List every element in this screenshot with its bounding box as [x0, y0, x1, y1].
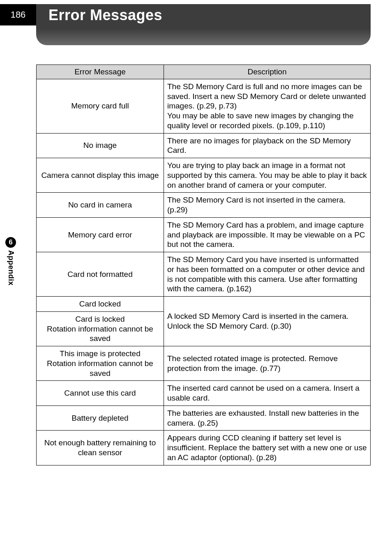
error-message-cell: Card not formatted	[37, 252, 164, 297]
error-message-cell: Memory card error	[37, 217, 164, 252]
error-message-cell: No image	[37, 133, 164, 158]
table-row: This image is protectedRotation informat…	[37, 346, 371, 381]
description-cell: You are trying to play back an image in …	[164, 158, 371, 193]
description-cell: There are no images for playback on the …	[164, 133, 371, 158]
content-area: Error Message Description Memory card fu…	[36, 65, 371, 465]
error-message-cell: Card locked	[37, 297, 164, 312]
error-messages-table: Error Message Description Memory card fu…	[36, 65, 371, 465]
side-section-tab: 6 Appendix	[5, 237, 16, 286]
error-message-cell: Card is lockedRotation information canno…	[37, 311, 164, 346]
page-number: 186	[11, 9, 26, 20]
error-message-cell: This image is protectedRotation informat…	[37, 346, 164, 381]
error-message-cell: Battery depleted	[37, 405, 164, 431]
description-cell: The SD Memory Card you have inserted is …	[164, 252, 371, 297]
table-row: Cannot use this card The inserted card c…	[37, 381, 371, 406]
table-row: No card in camera The SD Memory Card is …	[37, 193, 371, 218]
error-message-cell: Camera cannot display this image	[37, 158, 164, 193]
description-cell: The selected rotated image is protected.…	[164, 346, 371, 381]
page-title: Error Messages	[48, 7, 162, 24]
error-message-cell: Not enough battery remaining to clean se…	[37, 431, 164, 465]
description-cell: The SD Memory Card has a problem, and im…	[164, 217, 371, 252]
table-row: Card locked A locked SD Memory Card is i…	[37, 297, 371, 312]
error-message-cell: No card in camera	[37, 193, 164, 218]
table-row: Memory card full The SD Memory Card is f…	[37, 79, 371, 133]
description-cell: The SD Memory Card is full and no more i…	[164, 79, 371, 133]
title-bar: Error Messages	[36, 4, 371, 45]
description-cell: Appears during CCD cleaning if battery s…	[164, 431, 371, 465]
table-row: Card not formatted The SD Memory Card yo…	[37, 252, 371, 297]
page-number-tab: 186	[0, 4, 36, 25]
table-row: No image There are no images for playbac…	[37, 133, 371, 158]
error-message-cell: Cannot use this card	[37, 381, 164, 406]
table-row: Memory card error The SD Memory Card has…	[37, 217, 371, 252]
section-number-circle: 6	[5, 237, 16, 248]
description-cell: The SD Memory Card is not inserted in th…	[164, 193, 371, 218]
description-cell: The inserted card cannot be used on a ca…	[164, 381, 371, 406]
table-row: Not enough battery remaining to clean se…	[37, 431, 371, 465]
description-cell: The batteries are exhausted. Install new…	[164, 405, 371, 431]
header-description: Description	[164, 65, 371, 79]
section-number: 6	[9, 238, 12, 247]
section-label: Appendix	[7, 250, 15, 286]
description-cell: A locked SD Memory Card is inserted in t…	[164, 297, 371, 346]
table-row: Camera cannot display this image You are…	[37, 158, 371, 193]
error-message-cell: Memory card full	[37, 79, 164, 133]
table-row: Battery depleted The batteries are exhau…	[37, 405, 371, 431]
table-header-row: Error Message Description	[37, 65, 371, 79]
header-error-message: Error Message	[37, 65, 164, 79]
